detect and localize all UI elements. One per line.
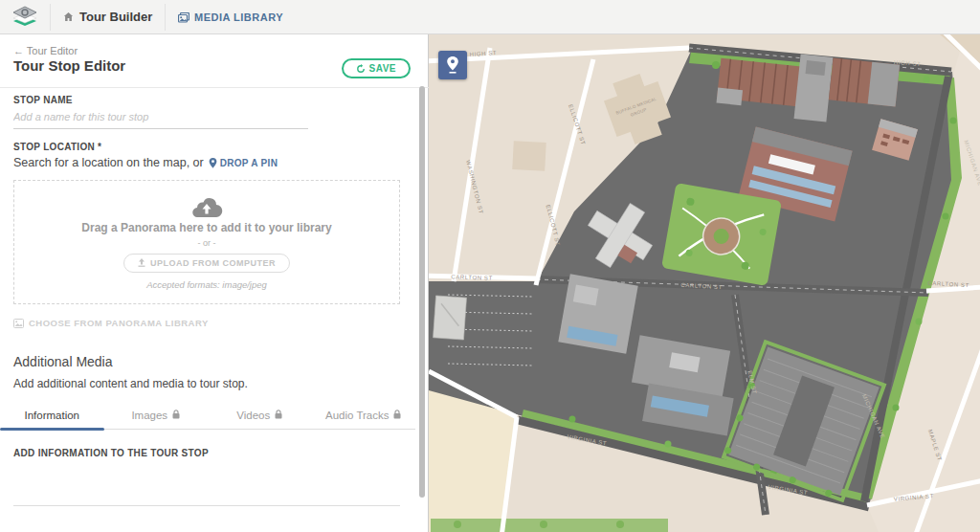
additional-media-subtitle: Add additional content and media to tour… [13,377,248,390]
top-nav: Tour Builder MEDIA LIBRARY [0,0,980,34]
nav-media-library[interactable]: MEDIA LIBRARY [178,11,283,23]
tour-stop-editor-panel: ← Tour Editor Tour Stop Editor SAVE STOP… [0,34,429,532]
tab-images[interactable]: Images [104,404,209,429]
image-icon [13,319,24,328]
map-panel[interactable]: BUFFALO MEDICAL GROUP [429,34,980,532]
upload-icon [138,258,145,267]
tour-builder-app: Tour Builder MEDIA LIBRARY ← Tour Editor… [0,0,980,532]
tab-label: Audio Tracks [325,410,389,421]
map-pin-icon [446,56,459,74]
app-logo-icon[interactable] [12,6,37,29]
stop-location-label: STOP LOCATION * [13,142,101,152]
gray-tower [794,54,834,122]
lock-icon [172,410,180,419]
lock-icon [393,410,401,419]
upload-from-computer-button[interactable]: UPLOAD FROM COMPUTER [123,254,290,273]
media-tabs: Information Images Videos Audio Tracks [0,404,415,430]
accepted-formats-text: Accepted formats: image/jpeg [146,279,267,290]
location-helper-text: Search for a location on the map, or [13,156,204,169]
nav-divider [50,4,51,31]
gray-building-midwest [558,274,637,353]
nav-tour-builder[interactable]: Tour Builder [63,10,152,24]
stop-location-helper: Search for a location on the map, or DRO… [13,156,278,169]
additional-media-title: Additional Media [13,354,113,369]
small-white-building [434,296,467,340]
home-icon [63,11,74,22]
nav-media-library-label: MEDIA LIBRARY [194,11,283,23]
upload-button-label: UPLOAD FROM COMPUTER [150,258,276,268]
tab-label: Information [24,410,79,421]
tan-building [512,141,546,171]
drop-a-pin-link[interactable]: DROP A PIN [209,158,278,168]
stop-name-input[interactable] [13,109,308,129]
sync-icon [356,64,366,74]
brick-complex-northeast [829,57,900,106]
dropzone-title: Drag a Panorama here to add it to your l… [81,221,331,234]
media-library-icon [178,12,189,23]
choose-library-label: CHOOSE FROM PANORAMA LIBRARY [29,318,209,328]
lock-icon [275,410,282,419]
page-title: Tour Stop Editor [13,57,125,74]
choose-from-panorama-library-button[interactable]: CHOOSE FROM PANORAMA LIBRARY [13,318,209,328]
tab-label: Videos [236,410,270,421]
save-button-label: SAVE [369,63,397,74]
panorama-dropzone[interactable]: Drag a Panorama here to add it to your l… [13,180,400,304]
divider [0,87,429,88]
nav-divider [165,4,166,31]
campus-park [661,183,782,286]
save-button[interactable]: SAVE [342,58,412,78]
nav-tour-builder-label: Tour Builder [79,10,152,24]
tab-audio-tracks[interactable]: Audio Tracks [312,404,416,429]
panel-scrollbar[interactable] [419,86,425,498]
drop-pin-map-button[interactable] [438,51,467,79]
map-pin-icon [209,158,217,168]
cloud-upload-icon [190,195,223,217]
stop-name-label: STOP NAME [13,95,73,105]
tab-information[interactable]: Information [0,404,104,429]
tab-videos[interactable]: Videos [208,404,312,429]
campus-map: BUFFALO MEDICAL GROUP [429,34,980,532]
tour-stop-information-input[interactable] [13,477,400,506]
drop-a-pin-label: DROP A PIN [220,158,278,168]
add-information-label: ADD INFORMATION TO THE TOUR STOP [13,448,209,458]
tab-label: Images [131,410,167,421]
dropzone-or-text: - or - [198,238,216,248]
back-to-tour-editor-link[interactable]: ← Tour Editor [13,45,78,56]
